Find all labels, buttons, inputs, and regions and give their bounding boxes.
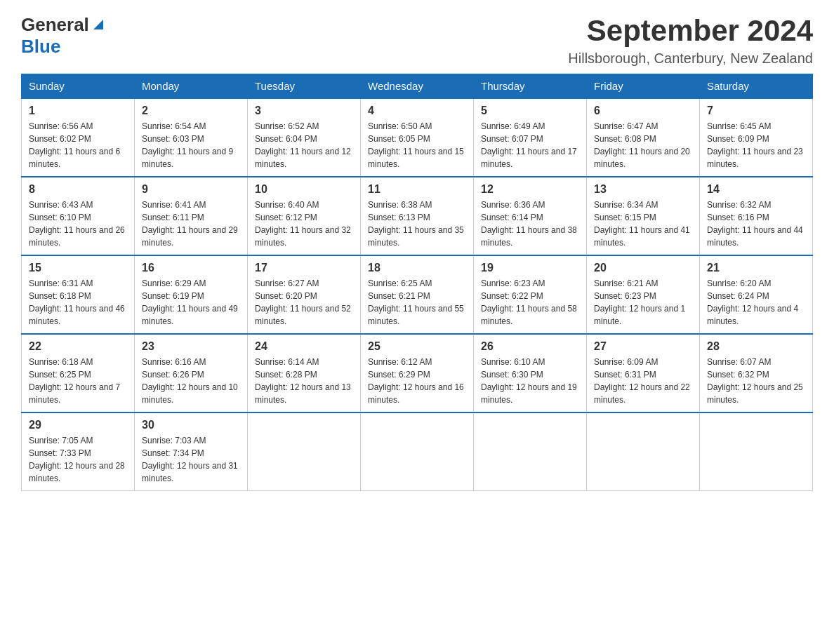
calendar-cell: 23Sunrise: 6:16 AMSunset: 6:26 PMDayligh…	[135, 334, 248, 412]
calendar-week-row: 22Sunrise: 6:18 AMSunset: 6:25 PMDayligh…	[22, 334, 813, 412]
day-info: Sunrise: 6:32 AMSunset: 6:16 PMDaylight:…	[707, 199, 805, 249]
calendar-cell	[700, 412, 813, 491]
weekday-header-monday: Monday	[135, 74, 248, 99]
day-info: Sunrise: 6:34 AMSunset: 6:15 PMDaylight:…	[594, 199, 692, 249]
calendar-week-row: 15Sunrise: 6:31 AMSunset: 6:18 PMDayligh…	[22, 255, 813, 334]
calendar-cell: 5Sunrise: 6:49 AMSunset: 6:07 PMDaylight…	[474, 98, 587, 177]
day-number: 10	[255, 183, 353, 196]
calendar-cell: 8Sunrise: 6:43 AMSunset: 6:10 PMDaylight…	[22, 177, 135, 255]
day-info: Sunrise: 6:49 AMSunset: 6:07 PMDaylight:…	[481, 120, 579, 170]
month-title: September 2024	[568, 14, 813, 48]
day-number: 18	[368, 262, 466, 274]
day-info: Sunrise: 6:52 AMSunset: 6:04 PMDaylight:…	[255, 120, 353, 170]
weekday-header-thursday: Thursday	[474, 74, 587, 99]
day-number: 24	[255, 340, 353, 353]
calendar-cell: 14Sunrise: 6:32 AMSunset: 6:16 PMDayligh…	[700, 177, 813, 255]
day-number: 9	[142, 183, 240, 196]
day-info: Sunrise: 6:23 AMSunset: 6:22 PMDaylight:…	[481, 277, 579, 328]
calendar-cell: 21Sunrise: 6:20 AMSunset: 6:24 PMDayligh…	[700, 255, 813, 334]
logo-triangle	[92, 18, 105, 34]
calendar-cell: 4Sunrise: 6:50 AMSunset: 6:05 PMDaylight…	[361, 98, 474, 177]
day-info: Sunrise: 6:40 AMSunset: 6:12 PMDaylight:…	[255, 199, 353, 249]
day-number: 14	[707, 183, 805, 196]
calendar-cell: 3Sunrise: 6:52 AMSunset: 6:04 PMDaylight…	[248, 98, 361, 177]
calendar-cell: 24Sunrise: 6:14 AMSunset: 6:28 PMDayligh…	[248, 334, 361, 412]
day-info: Sunrise: 6:41 AMSunset: 6:11 PMDaylight:…	[142, 199, 240, 249]
day-info: Sunrise: 6:29 AMSunset: 6:19 PMDaylight:…	[142, 277, 240, 328]
day-info: Sunrise: 6:50 AMSunset: 6:05 PMDaylight:…	[368, 120, 466, 170]
day-info: Sunrise: 6:10 AMSunset: 6:30 PMDaylight:…	[481, 356, 579, 406]
day-number: 29	[29, 419, 127, 431]
day-number: 21	[707, 262, 805, 274]
day-number: 3	[255, 105, 353, 117]
calendar-cell: 26Sunrise: 6:10 AMSunset: 6:30 PMDayligh…	[474, 334, 587, 412]
day-info: Sunrise: 6:43 AMSunset: 6:10 PMDaylight:…	[29, 199, 127, 249]
day-number: 28	[707, 340, 805, 353]
day-info: Sunrise: 6:54 AMSunset: 6:03 PMDaylight:…	[142, 120, 240, 170]
calendar-cell: 22Sunrise: 6:18 AMSunset: 6:25 PMDayligh…	[22, 334, 135, 412]
calendar-cell: 11Sunrise: 6:38 AMSunset: 6:13 PMDayligh…	[361, 177, 474, 255]
calendar-cell: 25Sunrise: 6:12 AMSunset: 6:29 PMDayligh…	[361, 334, 474, 412]
day-number: 2	[142, 105, 240, 117]
calendar-cell: 13Sunrise: 6:34 AMSunset: 6:15 PMDayligh…	[587, 177, 700, 255]
day-info: Sunrise: 6:14 AMSunset: 6:28 PMDaylight:…	[255, 356, 353, 406]
calendar-cell: 12Sunrise: 6:36 AMSunset: 6:14 PMDayligh…	[474, 177, 587, 255]
calendar-cell: 30Sunrise: 7:03 AMSunset: 7:34 PMDayligh…	[135, 412, 248, 491]
calendar-body: 1Sunrise: 6:56 AMSunset: 6:02 PMDaylight…	[22, 98, 813, 491]
day-info: Sunrise: 6:31 AMSunset: 6:18 PMDaylight:…	[29, 277, 127, 328]
day-number: 7	[707, 105, 805, 117]
day-info: Sunrise: 6:07 AMSunset: 6:32 PMDaylight:…	[707, 356, 805, 406]
calendar-cell: 20Sunrise: 6:21 AMSunset: 6:23 PMDayligh…	[587, 255, 700, 334]
day-number: 13	[594, 183, 692, 196]
calendar-cell: 18Sunrise: 6:25 AMSunset: 6:21 PMDayligh…	[361, 255, 474, 334]
calendar-cell: 2Sunrise: 6:54 AMSunset: 6:03 PMDaylight…	[135, 98, 248, 177]
location-title: Hillsborough, Canterbury, New Zealand	[568, 51, 813, 67]
calendar-cell: 29Sunrise: 7:05 AMSunset: 7:33 PMDayligh…	[22, 412, 135, 491]
day-number: 27	[594, 340, 692, 353]
calendar-header: SundayMondayTuesdayWednesdayThursdayFrid…	[22, 74, 813, 99]
day-info: Sunrise: 6:45 AMSunset: 6:09 PMDaylight:…	[707, 120, 805, 170]
calendar-week-row: 29Sunrise: 7:05 AMSunset: 7:33 PMDayligh…	[22, 412, 813, 491]
day-number: 22	[29, 340, 127, 353]
day-number: 1	[29, 105, 127, 117]
day-number: 19	[481, 262, 579, 274]
calendar-cell: 1Sunrise: 6:56 AMSunset: 6:02 PMDaylight…	[22, 98, 135, 177]
day-number: 4	[368, 105, 466, 117]
weekday-header-friday: Friday	[587, 74, 700, 99]
day-number: 26	[481, 340, 579, 353]
day-info: Sunrise: 6:36 AMSunset: 6:14 PMDaylight:…	[481, 199, 579, 249]
page-header: General Blue September 2024 Hillsborough…	[21, 14, 813, 67]
weekday-header-saturday: Saturday	[700, 74, 813, 99]
calendar-cell	[474, 412, 587, 491]
logo-blue: Blue	[21, 36, 60, 58]
calendar-cell: 7Sunrise: 6:45 AMSunset: 6:09 PMDaylight…	[700, 98, 813, 177]
logo-general: General	[21, 14, 89, 36]
day-info: Sunrise: 7:03 AMSunset: 7:34 PMDaylight:…	[142, 434, 240, 485]
day-number: 6	[594, 105, 692, 117]
weekday-header-row: SundayMondayTuesdayWednesdayThursdayFrid…	[22, 74, 813, 99]
logo: General Blue	[21, 14, 105, 58]
day-number: 15	[29, 262, 127, 274]
day-info: Sunrise: 6:21 AMSunset: 6:23 PMDaylight:…	[594, 277, 692, 328]
title-section: September 2024 Hillsborough, Canterbury,…	[568, 14, 813, 67]
day-number: 11	[368, 183, 466, 196]
day-number: 16	[142, 262, 240, 274]
day-info: Sunrise: 6:56 AMSunset: 6:02 PMDaylight:…	[29, 120, 127, 170]
weekday-header-tuesday: Tuesday	[248, 74, 361, 99]
calendar-cell	[248, 412, 361, 491]
weekday-header-wednesday: Wednesday	[361, 74, 474, 99]
day-number: 17	[255, 262, 353, 274]
day-number: 30	[142, 419, 240, 431]
day-info: Sunrise: 6:18 AMSunset: 6:25 PMDaylight:…	[29, 356, 127, 406]
calendar-cell: 15Sunrise: 6:31 AMSunset: 6:18 PMDayligh…	[22, 255, 135, 334]
day-info: Sunrise: 6:47 AMSunset: 6:08 PMDaylight:…	[594, 120, 692, 170]
day-info: Sunrise: 6:09 AMSunset: 6:31 PMDaylight:…	[594, 356, 692, 406]
calendar-cell: 6Sunrise: 6:47 AMSunset: 6:08 PMDaylight…	[587, 98, 700, 177]
calendar-cell: 28Sunrise: 6:07 AMSunset: 6:32 PMDayligh…	[700, 334, 813, 412]
day-info: Sunrise: 6:25 AMSunset: 6:21 PMDaylight:…	[368, 277, 466, 328]
calendar-cell	[587, 412, 700, 491]
day-number: 20	[594, 262, 692, 274]
calendar-cell: 27Sunrise: 6:09 AMSunset: 6:31 PMDayligh…	[587, 334, 700, 412]
weekday-header-sunday: Sunday	[22, 74, 135, 99]
day-number: 23	[142, 340, 240, 353]
